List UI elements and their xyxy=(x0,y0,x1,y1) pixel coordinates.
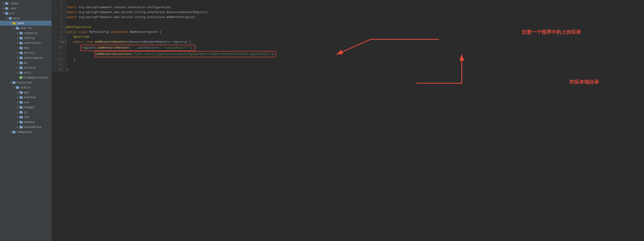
sidebar-item-uploadfile[interactable]: uploadFile xyxy=(0,125,52,130)
sidebar-item-main[interactable]: main xyxy=(0,16,52,21)
sidebar-item-codeutil[interactable]: codeutil xyxy=(0,30,52,35)
tree-arrow-codeutil xyxy=(16,32,19,34)
sidebar-item-service[interactable]: service xyxy=(0,65,52,70)
sidebar-item-po[interactable]: po xyxy=(0,60,52,65)
folder-icon-resources xyxy=(12,81,16,84)
code-line-14: 14 xyxy=(52,62,644,67)
line-number: 5 xyxy=(52,15,62,20)
line-number: 13 xyxy=(52,57,62,62)
sidebar-item-util[interactable]: util xyxy=(0,70,52,75)
folder-icon-mvn xyxy=(5,7,8,10)
tree-arrow-uploadfile xyxy=(16,126,19,128)
sidebar-item-config[interactable]: config xyxy=(0,35,52,40)
sidebar-item-flo-application[interactable]: ✿ FloApplication xyxy=(0,75,52,80)
sidebar-item-resources[interactable]: resources xyxy=(0,80,52,85)
code-line-5: 5 import org.springframework.web.servlet… xyxy=(52,15,644,20)
line-gutter xyxy=(62,20,66,25)
sidebar-label-java: java xyxy=(17,21,52,25)
line-gutter xyxy=(62,67,66,72)
line-content: import org.springframework.context.annot… xyxy=(66,5,644,10)
folder-icon-module xyxy=(19,121,23,123)
folder-icon-util xyxy=(19,71,23,74)
line-gutter xyxy=(62,15,66,20)
tree-arrow-api xyxy=(16,91,19,94)
line-content: public void addResourceHandlers(Resource… xyxy=(66,39,644,45)
sidebar-label-main: main xyxy=(13,17,52,20)
sidebar-label-service: service xyxy=(24,66,52,69)
line-content: import org.springframework.web.servlet.c… xyxy=(66,10,644,15)
folder-icon-api xyxy=(19,91,23,94)
line-gutter xyxy=(62,62,66,67)
sidebar-item-static[interactable]: static xyxy=(0,85,52,90)
folder-icon-css xyxy=(19,101,23,104)
code-line-11: 11 registry.addResourceHandler( ...pathP… xyxy=(52,45,644,51)
line-gutter xyxy=(62,45,66,51)
tree-arrow-entity xyxy=(16,51,19,54)
line-content: @Override xyxy=(66,35,644,39)
sidebar-item-java[interactable]: java xyxy=(0,21,52,26)
sidebar-item-controller[interactable]: controller xyxy=(0,40,52,45)
code-line-8: 8 ✓ public class MyPicConfig implements … xyxy=(52,30,644,35)
tree-arrow-java xyxy=(9,22,12,24)
sidebar-label-css: css xyxy=(24,101,52,104)
tree-arrow-templates xyxy=(9,131,12,133)
line-number: 8 xyxy=(52,30,62,35)
line-content xyxy=(66,62,644,67)
tree-arrow-resources xyxy=(9,81,12,84)
line-content: addResourceLocations("file:/Users/ligunt… xyxy=(66,51,644,57)
sidebar-item-api[interactable]: api xyxy=(0,90,52,95)
tree-arrow-images xyxy=(16,106,19,109)
sidebar-label-static: static xyxy=(20,86,52,89)
sidebar-item-content[interactable]: Content xyxy=(0,95,52,100)
sidebar-label-flo-application: FloApplication xyxy=(24,76,52,79)
sidebar-item-images[interactable]: images xyxy=(0,105,52,110)
sidebar-item-templates[interactable]: templates xyxy=(0,130,52,134)
sidebar-item-js[interactable]: js xyxy=(0,110,52,115)
line-number: 6 xyxy=(52,20,62,25)
tree-arrow-idea xyxy=(2,2,5,5)
code-line-12: 12 addResourceLocations("file:/Users/lig… xyxy=(52,51,644,57)
folder-icon-images xyxy=(19,106,23,109)
sidebar-item-interceptor[interactable]: interceptor xyxy=(0,55,52,60)
sidebar-label-content: Content xyxy=(24,96,52,99)
tree-arrow-module xyxy=(16,121,19,123)
folder-icon-uploadfile xyxy=(19,126,23,128)
line-number: 14 xyxy=(52,62,62,67)
tree-arrow-util xyxy=(16,71,19,74)
tree-arrow-po xyxy=(16,61,19,64)
line-gutter: ✓ xyxy=(62,30,66,35)
line-content xyxy=(66,20,644,25)
annotation-text-local-dir: 对应本地目录 xyxy=(569,79,599,85)
sidebar-item-src[interactable]: src xyxy=(0,11,52,16)
line-number: 9 xyxy=(52,35,62,39)
tree-arrow-controller xyxy=(16,42,19,44)
sidebar-label-idea: .idea xyxy=(10,2,52,5)
code-line-4: 4 import org.springframework.web.servlet… xyxy=(52,10,644,15)
sidebar-item-mvn[interactable]: .mvn xyxy=(0,6,52,11)
sidebar-item-css[interactable]: css xyxy=(0,100,52,105)
folder-icon-dao xyxy=(19,46,23,49)
sidebar-item-comflo[interactable]: com.flo xyxy=(0,26,52,30)
folder-icon-codeutil xyxy=(19,32,23,34)
line-content xyxy=(66,0,644,5)
code-line-15: 15 } xyxy=(52,67,644,72)
sidebar-label-mvn: .mvn xyxy=(10,7,52,10)
tree-arrow-js xyxy=(16,111,19,114)
sidebar-item-entity[interactable]: entity xyxy=(0,50,52,55)
line-number: 12 xyxy=(52,51,62,57)
line-gutter xyxy=(62,57,66,62)
code-line-7: 7 ✓ @Configuration xyxy=(52,25,644,30)
code-line-13: 13 } xyxy=(52,57,644,62)
sidebar-item-idea[interactable]: .idea xyxy=(0,1,52,6)
line-gutter xyxy=(62,5,66,10)
line-number: 4 xyxy=(52,10,62,15)
sidebar-item-module[interactable]: module xyxy=(0,120,52,125)
line-content: } xyxy=(66,67,644,72)
line-number: 3 xyxy=(52,5,62,10)
code-table: 2 3 import org.springframework.context.a… xyxy=(52,0,644,72)
folder-icon-controller xyxy=(19,42,23,44)
sidebar-item-dao[interactable]: dao xyxy=(0,45,52,50)
file-tree[interactable]: .idea .mvn src main java com.flo codeuti… xyxy=(0,0,52,241)
code-line-6: 6 xyxy=(52,20,644,25)
sidebar-item-lib[interactable]: lib xyxy=(0,115,52,120)
